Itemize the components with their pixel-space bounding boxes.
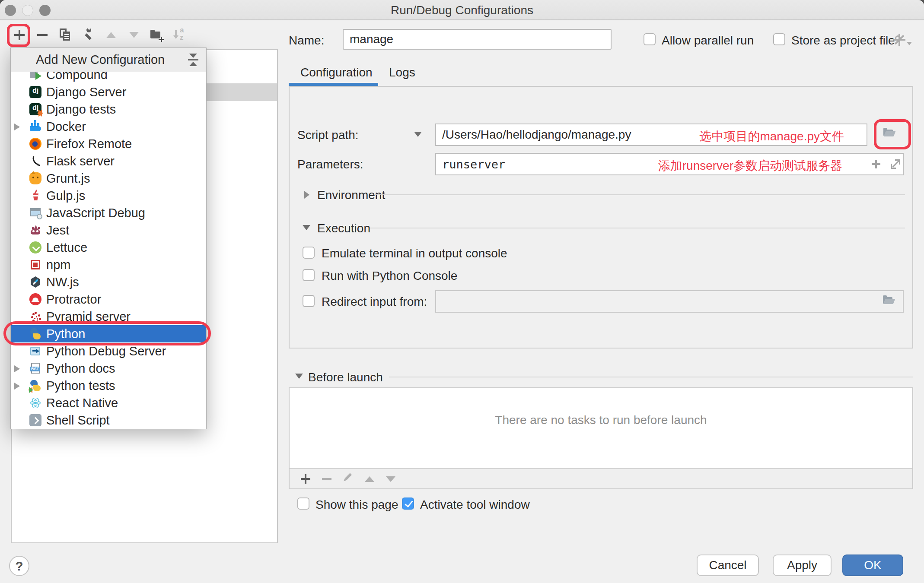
menu-item-label: Protractor (46, 292, 101, 307)
menu-item-label: Gulp.js (46, 189, 85, 203)
execution-collapse-arrow-icon[interactable] (303, 225, 310, 230)
collapse-icon[interactable] (188, 54, 199, 67)
popup-header: Add New Configuration (11, 48, 206, 72)
sort-alphabetically-icon[interactable] (172, 28, 187, 42)
menu-item-label: Python (46, 327, 85, 341)
script-path-value: /Users/Hao/hellodjango/manage.py (442, 128, 631, 142)
expand-field-icon[interactable] (890, 158, 901, 170)
menu-item-protractor[interactable]: Protractor (11, 291, 206, 308)
redirect-input-checkbox[interactable] (303, 295, 315, 307)
copy-icon[interactable] (58, 28, 73, 42)
menu-item-nw-js[interactable]: NW.js (11, 273, 206, 291)
popup-header-label: Add New Configuration (36, 53, 165, 67)
section-divider (389, 377, 913, 377)
menu-item-python-debug-server[interactable]: Python Debug Server (11, 342, 206, 360)
shell-script-icon (29, 414, 41, 426)
npm-icon (29, 259, 41, 271)
show-this-page-checkbox[interactable] (297, 497, 309, 510)
gear-icon[interactable] (893, 33, 906, 46)
script-path-caret-icon[interactable] (414, 132, 422, 137)
docker-icon (29, 120, 41, 133)
cancel-button[interactable]: Cancel (697, 554, 759, 576)
python-tests-icon (29, 380, 41, 392)
emulate-terminal-label: Emulate terminal in output console (322, 247, 507, 260)
browse-folder-icon[interactable] (883, 127, 897, 140)
browse-folder-icon[interactable] (882, 295, 897, 308)
name-input[interactable] (343, 29, 612, 50)
activate-tool-window-checkbox[interactable] (402, 497, 414, 510)
gear-dropdown-caret-icon[interactable] (907, 42, 912, 45)
menu-item-label: Shell Script (46, 413, 110, 428)
menu-item-label: Jest (46, 223, 69, 238)
tab-logs[interactable]: Logs (389, 66, 415, 79)
add-macro-icon[interactable] (871, 159, 881, 169)
menu-item-gulp-js[interactable]: Gulp.js (11, 187, 206, 204)
execution-section-label[interactable]: Execution (317, 222, 370, 235)
edit-icon (341, 472, 355, 486)
store-as-project-file-checkbox[interactable] (773, 33, 785, 45)
ok-button[interactable]: OK (842, 554, 903, 576)
python-icon (29, 328, 41, 340)
menu-item-label: Pyramid server (46, 310, 131, 324)
edit-defaults-icon[interactable] (81, 28, 96, 42)
parameters-input[interactable]: runserver 添加runserver参数启动测试服务器 (435, 153, 904, 175)
menu-item-grunt-js[interactable]: Grunt.js (11, 170, 206, 187)
before-launch-toolbar (290, 468, 912, 488)
menu-item-django-server[interactable]: Django Server (11, 83, 206, 101)
tab-configuration[interactable]: Configuration (300, 66, 373, 79)
menu-item-compound[interactable]: Compound (11, 72, 206, 83)
script-path-annotation: 选中项目的manage.py文件 (699, 128, 844, 145)
menu-item-django-tests[interactable]: Django tests (11, 101, 206, 118)
environment-section-label[interactable]: Environment (317, 188, 385, 202)
allow-parallel-run-checkbox[interactable] (644, 33, 656, 45)
emulate-terminal-checkbox[interactable] (303, 247, 315, 259)
menu-item-lettuce[interactable]: Lettuce (11, 239, 206, 256)
apply-button[interactable]: Apply (773, 554, 832, 576)
menu-item-shell-script[interactable]: Shell Script (11, 412, 206, 427)
show-this-page-label: Show this page (315, 498, 398, 512)
menu-item-react-native[interactable]: React Native (11, 394, 206, 412)
expand-arrow-icon[interactable] (14, 365, 20, 372)
remove-icon[interactable] (35, 28, 50, 42)
add-icon[interactable] (299, 472, 313, 486)
menu-item-docker[interactable]: Docker (11, 118, 206, 135)
javascript-debug-icon (29, 207, 41, 219)
parameters-annotation: 添加runserver参数启动测试服务器 (658, 158, 842, 174)
menu-item-label: npm (46, 258, 70, 272)
flask-icon (29, 155, 41, 167)
menu-item-python[interactable]: Python (11, 325, 206, 342)
run-with-python-console-checkbox[interactable] (303, 269, 315, 281)
expand-arrow-icon[interactable] (14, 124, 20, 130)
store-as-project-file-label: Store as project file (791, 34, 895, 48)
remove-icon (320, 472, 334, 486)
menu-item-jest[interactable]: Jest (11, 222, 206, 239)
section-divider (370, 228, 905, 228)
menu-item-flask-server[interactable]: Flask server (11, 152, 206, 170)
redirect-input-field[interactable] (435, 290, 904, 313)
menu-item-label: Python tests (46, 379, 115, 393)
help-button[interactable]: ? (9, 556, 29, 576)
add-icon[interactable] (12, 28, 27, 42)
menu-item-python-docs[interactable]: Python docs (11, 360, 206, 377)
nwjs-icon (29, 276, 41, 288)
script-path-input[interactable]: /Users/Hao/hellodjango/manage.py 选中项目的ma… (435, 124, 867, 146)
menu-item-firefox-remote[interactable]: Firefox Remote (11, 135, 206, 152)
expand-arrow-icon[interactable] (14, 383, 20, 390)
menu-item-label: Flask server (46, 154, 115, 168)
menu-item-pyramid-server[interactable]: Pyramid server (11, 308, 206, 325)
menu-item-label: Grunt.js (46, 171, 90, 186)
menu-item-label: Docker (46, 120, 86, 134)
new-folder-icon[interactable] (150, 28, 164, 42)
run-debug-configurations-dialog: Run/Debug Configurations Add New Configu… (0, 0, 924, 583)
environment-expand-arrow-icon[interactable] (304, 191, 309, 199)
redirect-input-label: Redirect input from: (322, 295, 427, 309)
menu-item-label: NW.js (46, 275, 79, 289)
python-debug-icon (29, 345, 41, 357)
before-launch-label[interactable]: Before launch (308, 371, 383, 384)
before-launch-collapse-arrow-icon[interactable] (295, 374, 303, 379)
script-path-label: Script path: (297, 128, 359, 142)
menu-item-python-tests[interactable]: Python tests (11, 377, 206, 394)
menu-item-npm[interactable]: npm (11, 256, 206, 273)
compound-icon (29, 72, 41, 81)
menu-item-javascript-debug[interactable]: JavaScript Debug (11, 204, 206, 222)
